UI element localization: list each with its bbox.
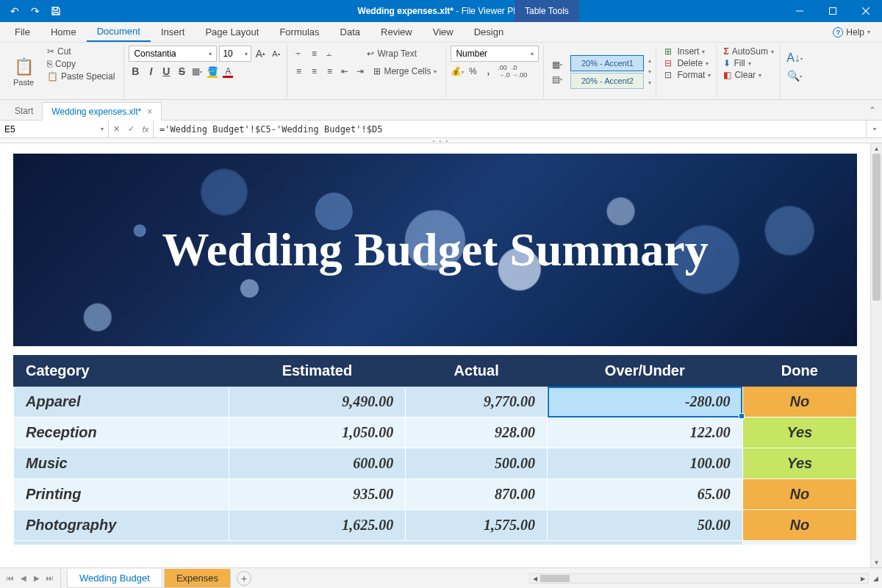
decrease-decimal-icon[interactable]: .0→.00 xyxy=(512,65,526,78)
insert-function-icon[interactable]: fx xyxy=(138,121,153,137)
format-as-table-icon[interactable]: ▤▾ xyxy=(548,73,566,86)
maximize-button[interactable] xyxy=(816,0,849,22)
menu-formulas[interactable]: Formulas xyxy=(269,22,329,42)
underline-button[interactable]: U xyxy=(159,65,173,78)
help-menu[interactable]: ? Help ▾ xyxy=(825,22,878,42)
enter-formula-icon[interactable]: ✓ xyxy=(123,121,138,137)
currency-icon[interactable]: 💰▾ xyxy=(451,65,464,78)
table-cell[interactable]: 65.00 xyxy=(548,479,743,510)
splitter-handle[interactable]: • • • xyxy=(0,138,882,143)
table-cell[interactable]: 1,050.00 xyxy=(229,417,406,448)
align-right-icon[interactable]: ≡ xyxy=(323,65,336,78)
menu-insert[interactable]: Insert xyxy=(151,22,196,42)
style-scroll-up-icon[interactable]: ▴ xyxy=(648,57,651,64)
table-cell[interactable]: 870.00 xyxy=(406,479,548,510)
redo-icon[interactable]: ↷ xyxy=(26,2,44,20)
add-sheet-button[interactable]: + xyxy=(237,571,251,586)
editor-tab-start[interactable]: Start xyxy=(6,102,42,120)
table-cell[interactable]: Apparel xyxy=(14,387,229,417)
collapse-ribbon-icon[interactable]: ⌃ xyxy=(869,105,876,115)
align-center-icon[interactable]: ≡ xyxy=(307,65,320,78)
table-cell[interactable]: No xyxy=(742,387,856,417)
menu-document[interactable]: Document xyxy=(87,22,151,42)
table-header[interactable]: Estimated xyxy=(229,356,406,387)
menu-page-layout[interactable]: Page Layout xyxy=(195,22,269,42)
table-header[interactable]: Over/Under xyxy=(548,356,743,387)
italic-button[interactable]: I xyxy=(144,65,157,78)
increase-decimal-icon[interactable]: .00→.0 xyxy=(497,65,510,78)
align-middle-icon[interactable]: ≡ xyxy=(307,47,320,60)
undo-icon[interactable]: ↶ xyxy=(6,2,24,20)
table-cell[interactable]: 50.00 xyxy=(548,510,743,541)
table-cell[interactable]: 928.00 xyxy=(406,417,548,448)
table-cell[interactable]: No xyxy=(742,479,856,510)
merge-cells-button[interactable]: ⊞Merge Cells▾ xyxy=(369,65,441,77)
percent-icon[interactable]: % xyxy=(466,65,479,78)
find-select-icon[interactable]: 🔍▾ xyxy=(785,69,804,82)
editor-tab-active[interactable]: Wedding expenses.xlt* × xyxy=(42,102,162,121)
sheet-nav-first-icon[interactable]: ⏮ xyxy=(4,573,16,584)
decrease-indent-icon[interactable]: ⇤ xyxy=(338,65,351,78)
increase-font-icon[interactable]: A▴ xyxy=(254,47,267,60)
sheet-nav-next-icon[interactable]: ▶ xyxy=(31,573,43,584)
document-viewport[interactable]: Wedding Budget Summary CategoryEstimated… xyxy=(0,143,870,567)
name-box[interactable]: E5 ▾ xyxy=(0,121,109,137)
strikethrough-button[interactable]: S xyxy=(175,65,188,78)
table-header[interactable]: Done xyxy=(742,356,856,387)
cut-button[interactable]: ✂Cut xyxy=(43,46,119,57)
sheet-corner-icon[interactable]: ◢ xyxy=(870,573,881,584)
table-cell[interactable]: 500.00 xyxy=(406,448,548,479)
table-cell[interactable]: Printing xyxy=(14,479,229,510)
scroll-up-icon[interactable]: ▲ xyxy=(871,143,882,154)
bold-button[interactable]: B xyxy=(129,65,142,78)
menu-data[interactable]: Data xyxy=(330,22,370,42)
table-cell[interactable]: 9,770.00 xyxy=(406,387,548,417)
table-cell[interactable]: Music xyxy=(14,448,229,479)
expand-formula-bar-icon[interactable]: ▾ xyxy=(866,121,882,137)
table-cell[interactable]: 100.00 xyxy=(548,448,743,479)
copy-button[interactable]: ⎘Copy xyxy=(43,58,119,70)
table-cell[interactable]: Photography xyxy=(14,510,229,541)
comma-style-icon[interactable]: , xyxy=(481,65,495,78)
table-cell[interactable]: 9,490.00 xyxy=(229,387,406,417)
scroll-left-icon[interactable]: ◀ xyxy=(530,576,540,582)
conditional-formatting-icon[interactable]: ▦▾ xyxy=(548,58,566,71)
font-name-select[interactable]: Constantia▾ xyxy=(129,46,217,62)
sheet-nav-last-icon[interactable]: ⏭ xyxy=(44,573,56,584)
align-top-icon[interactable]: ⫟ xyxy=(292,47,305,60)
sheet-tab[interactable]: Expenses xyxy=(164,569,231,588)
scroll-right-icon[interactable]: ▶ xyxy=(858,576,868,582)
cancel-formula-icon[interactable]: ✕ xyxy=(109,121,123,137)
menu-home[interactable]: Home xyxy=(40,22,87,42)
style-more-icon[interactable]: ▾ xyxy=(648,79,651,86)
table-cell[interactable]: 1,575.00 xyxy=(406,510,548,541)
fill-color-button[interactable]: 🪣 xyxy=(206,65,219,78)
save-icon[interactable] xyxy=(47,2,65,20)
close-button[interactable] xyxy=(849,0,882,22)
sort-filter-icon[interactable]: A↓▾ xyxy=(785,51,804,65)
paste-button[interactable]: 📋 Paste xyxy=(9,46,38,98)
table-cell[interactable]: No xyxy=(742,510,856,541)
horizontal-scrollbar[interactable]: ◀ ▶ xyxy=(529,573,869,584)
delete-cells-button[interactable]: ⊟Delete▾ xyxy=(661,57,712,69)
cell-style-accent2[interactable]: 20% - Accent2 xyxy=(570,73,644,89)
insert-cells-button[interactable]: ⊞Insert▾ xyxy=(661,46,712,57)
close-tab-icon[interactable]: × xyxy=(147,107,152,117)
wrap-text-button[interactable]: ↩Wrap Text xyxy=(362,48,421,60)
font-size-select[interactable]: 10▾ xyxy=(219,46,251,62)
menu-view[interactable]: View xyxy=(423,22,464,42)
h-scrollbar-thumb[interactable] xyxy=(540,575,570,582)
autosum-button[interactable]: ΣAutoSum▾ xyxy=(722,46,775,57)
sheet-tab[interactable]: Wedding Budget xyxy=(67,569,162,588)
menu-design[interactable]: Design xyxy=(464,22,514,42)
align-bottom-icon[interactable]: ⫠ xyxy=(323,47,336,60)
table-cell[interactable]: Reception xyxy=(14,417,229,448)
paste-special-button[interactable]: 📋Paste Special xyxy=(43,71,119,82)
number-format-select[interactable]: Number▾ xyxy=(451,46,539,62)
table-cell[interactable]: -280.00 xyxy=(548,387,743,417)
menu-review[interactable]: Review xyxy=(370,22,423,42)
clear-button[interactable]: ◧Clear▾ xyxy=(722,69,775,81)
menu-file[interactable]: File xyxy=(4,22,40,42)
scroll-down-icon[interactable]: ▼ xyxy=(871,557,882,567)
format-cells-button[interactable]: ⊡Format▾ xyxy=(661,69,712,81)
